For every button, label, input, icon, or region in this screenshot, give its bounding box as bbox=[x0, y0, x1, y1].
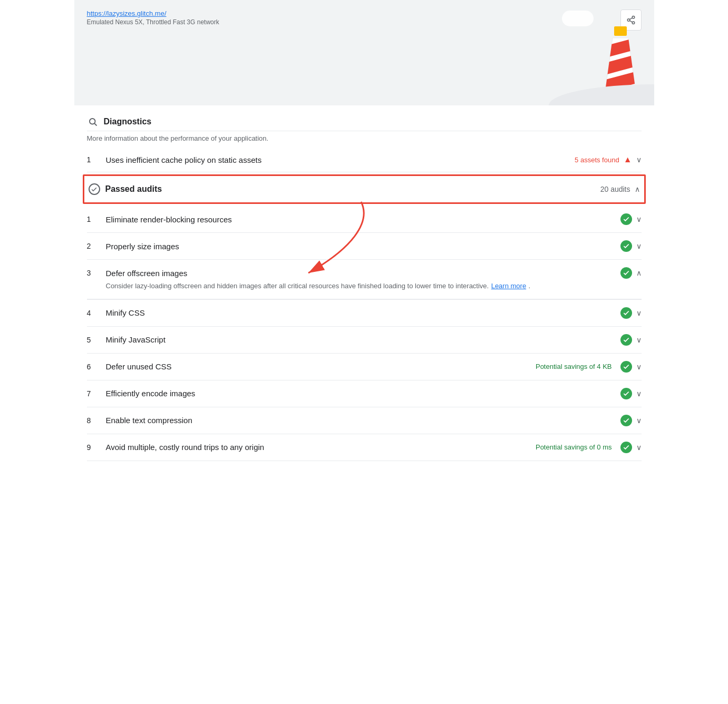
diagnostics-item-1[interactable]: 1 Uses inefficient cache policy on stati… bbox=[87, 148, 642, 172]
expanded-text-p3: Consider lazy-loading offscreen and hidd… bbox=[106, 282, 489, 290]
learn-more-link-p3[interactable]: Learn more bbox=[491, 282, 526, 290]
audit-label-p3: Defer offscreen images bbox=[106, 269, 620, 278]
hill-decoration bbox=[549, 84, 654, 105]
svg-line-4 bbox=[629, 18, 632, 19]
green-check-p9 bbox=[620, 442, 632, 453]
passed-audits-label: Passed audits bbox=[105, 184, 162, 194]
savings-text-p6: Potential savings of 4 KB bbox=[536, 363, 612, 370]
audit-meta-d1: 5 assets found ▲ ∨ bbox=[575, 155, 641, 164]
svg-point-1 bbox=[627, 19, 630, 22]
chevron-p1[interactable]: ∨ bbox=[636, 215, 642, 223]
green-check-p6 bbox=[620, 361, 632, 373]
audit-meta-p2: ∨ bbox=[620, 240, 642, 252]
chevron-p7[interactable]: ∨ bbox=[636, 389, 642, 398]
audit-number-d1: 1 bbox=[87, 155, 106, 164]
passed-item-5[interactable]: 5 Minify JavaScript ∨ bbox=[87, 327, 642, 354]
audit-label-p6: Defer unused CSS bbox=[106, 362, 536, 371]
diagnostics-title: Diagnostics bbox=[104, 117, 152, 126]
audit-label-d1: Uses inefficient cache policy on static … bbox=[106, 155, 575, 164]
svg-line-12 bbox=[94, 123, 96, 125]
audit-number-p6: 6 bbox=[87, 363, 106, 371]
chevron-p5[interactable]: ∨ bbox=[636, 336, 642, 344]
passed-item-8[interactable]: 8 Enable text compression ∨ bbox=[87, 407, 642, 434]
audit-label-p8: Enable text compression bbox=[106, 416, 620, 425]
green-check-p3 bbox=[620, 267, 632, 279]
main-content: Diagnostics More information about the p… bbox=[74, 105, 654, 461]
chevron-p8[interactable]: ∨ bbox=[636, 416, 642, 425]
passed-item-3[interactable]: 3 Defer offscreen images ∧ Consider lazy… bbox=[87, 260, 642, 300]
passed-item-9[interactable]: 9 Avoid multiple, costly round trips to … bbox=[87, 434, 642, 461]
audit-label-p9: Avoid multiple, costly round trips to an… bbox=[106, 443, 536, 452]
diagnostics-desc: More information about the performance o… bbox=[87, 131, 642, 148]
audit-label-p4: Minify CSS bbox=[106, 308, 620, 317]
svg-line-3 bbox=[629, 21, 632, 22]
svg-rect-5 bbox=[614, 26, 627, 36]
audit-meta-p8: ∨ bbox=[620, 415, 642, 426]
audit-number-p5: 5 bbox=[87, 336, 106, 344]
audit-number-p8: 8 bbox=[87, 416, 106, 425]
audit-meta-p5: ∨ bbox=[620, 334, 642, 346]
chevron-p2[interactable]: ∨ bbox=[636, 242, 642, 250]
chevron-up-passed[interactable]: ∧ bbox=[635, 185, 640, 193]
audit-meta-p4: ∨ bbox=[620, 307, 642, 319]
header-subtitle: Emulated Nexus 5X, Throttled Fast 3G net… bbox=[87, 18, 219, 26]
audit-meta-p9: Potential savings of 0 ms ∨ bbox=[536, 442, 642, 453]
audit-number-p9: 9 bbox=[87, 443, 106, 452]
audit-number-p3: 3 bbox=[87, 269, 106, 277]
audit-label-p7: Efficiently encode images bbox=[106, 389, 620, 398]
green-check-p4 bbox=[620, 307, 632, 319]
audit-label-p1: Eliminate render-blocking resources bbox=[106, 215, 620, 224]
green-check-p5 bbox=[620, 334, 632, 346]
audit-label-p2: Properly size images bbox=[106, 242, 620, 251]
passed-item-3-detail: Consider lazy-loading offscreen and hidd… bbox=[87, 281, 642, 299]
search-icon bbox=[87, 116, 99, 128]
green-check-p2 bbox=[620, 240, 632, 252]
chevron-down-d1[interactable]: ∨ bbox=[636, 155, 642, 164]
header: https://lazysizes.glitch.me/ Emulated Ne… bbox=[74, 0, 654, 105]
audit-number-p7: 7 bbox=[87, 389, 106, 398]
passed-item-6[interactable]: 6 Defer unused CSS Potential savings of … bbox=[87, 354, 642, 380]
passed-item-1[interactable]: 1 Eliminate render-blocking resources ∨ bbox=[87, 206, 642, 233]
passed-audits-count: 20 audits bbox=[600, 185, 630, 193]
passed-audits-row[interactable]: Passed audits 20 audits ∧ bbox=[83, 174, 646, 204]
warning-icon-d1: ▲ bbox=[624, 155, 632, 164]
green-check-p8 bbox=[620, 415, 632, 426]
green-check-p7 bbox=[620, 388, 632, 399]
chevron-p3-up[interactable]: ∧ bbox=[636, 269, 642, 277]
audit-number-p2: 2 bbox=[87, 242, 106, 250]
chevron-p4[interactable]: ∨ bbox=[636, 309, 642, 317]
passed-item-4[interactable]: 4 Minify CSS ∨ bbox=[87, 300, 642, 327]
audit-meta-p6: Potential savings of 4 KB ∨ bbox=[536, 361, 642, 373]
audit-meta-p7: ∨ bbox=[620, 388, 642, 399]
passed-item-7[interactable]: 7 Efficiently encode images ∨ bbox=[87, 380, 642, 407]
audit-label-p5: Minify JavaScript bbox=[106, 335, 620, 344]
audit-number-p4: 4 bbox=[87, 309, 106, 317]
check-outline-icon bbox=[89, 183, 100, 195]
assets-found-label: 5 assets found bbox=[575, 156, 619, 164]
svg-point-11 bbox=[90, 119, 95, 124]
chevron-p6[interactable]: ∨ bbox=[636, 363, 642, 371]
savings-text-p9: Potential savings of 0 ms bbox=[536, 443, 612, 451]
header-url[interactable]: https://lazysizes.glitch.me/ bbox=[87, 9, 219, 17]
diagnostics-header: Diagnostics bbox=[87, 105, 642, 131]
audit-meta-p3: ∧ bbox=[620, 267, 642, 279]
svg-point-0 bbox=[632, 16, 635, 19]
green-check-p1 bbox=[620, 213, 632, 225]
cloud-decoration bbox=[562, 11, 594, 26]
chevron-p9[interactable]: ∨ bbox=[636, 443, 642, 452]
audit-meta-p1: ∨ bbox=[620, 213, 642, 225]
svg-point-2 bbox=[632, 22, 635, 24]
audit-number-p1: 1 bbox=[87, 215, 106, 223]
passed-item-2[interactable]: 2 Properly size images ∨ bbox=[87, 233, 642, 260]
